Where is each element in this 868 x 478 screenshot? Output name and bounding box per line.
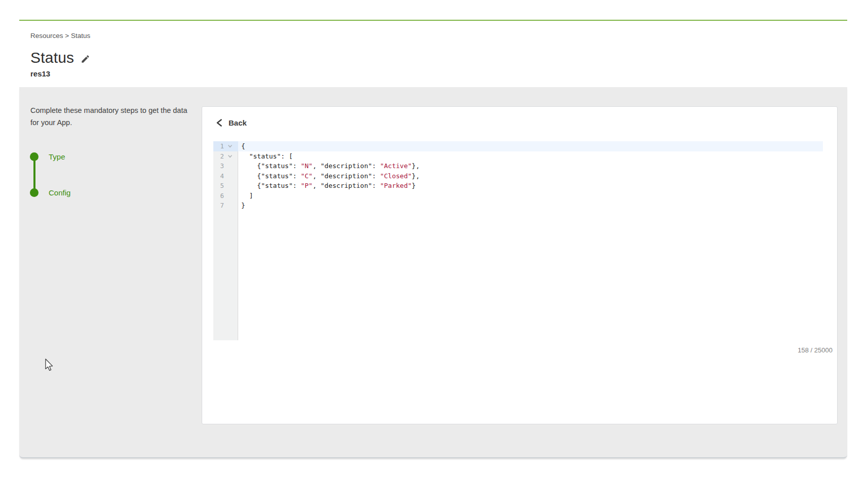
line-number: 7 (220, 202, 224, 209)
editor-line: 4 {"status": "C", "description": "Closed… (213, 171, 823, 181)
code-line-content: {"status": "P", "description": "Parked"} (238, 181, 823, 191)
code-line-content: } (238, 201, 823, 211)
editor-line: 6 ] (213, 191, 823, 201)
editor-line: 1{ (213, 141, 823, 151)
editor-line: 7} (213, 201, 823, 211)
line-number: 1 (220, 142, 224, 150)
json-string-token: "Parked" (380, 182, 412, 189)
json-plain-token: } (412, 182, 416, 189)
line-number-cell: 3 (213, 161, 238, 171)
json-plain-token: , "description": (313, 172, 380, 180)
json-string-token: "Active" (380, 162, 412, 170)
page-title-row: Status (30, 49, 90, 66)
json-string-token: "N" (300, 162, 312, 170)
json-plain-token: }, (412, 162, 420, 170)
line-number: 2 (220, 152, 224, 160)
editor-line: 5 {"status": "P", "description": "Parked… (213, 181, 823, 191)
line-number-cell: 1 (213, 141, 238, 151)
json-string-token: "C" (300, 172, 312, 180)
line-number: 3 (220, 162, 224, 170)
json-plain-token: {"status": (241, 182, 300, 189)
header-accent-rule (19, 20, 847, 21)
line-number: 5 (220, 182, 224, 189)
json-plain-token: }, (412, 172, 420, 180)
editor-line: 3 {"status": "N", "description": "Active… (213, 161, 823, 171)
step-config[interactable]: Config (30, 188, 70, 197)
json-plain-token: {"status": (241, 172, 300, 180)
line-number-cell: 5 (213, 181, 238, 191)
breadcrumb-separator: > (63, 32, 71, 39)
json-plain-token: ] (241, 192, 253, 200)
breadcrumb: Resources > Status (30, 32, 90, 39)
line-number: 4 (220, 172, 224, 180)
code-line-content: {"status": "N", "description": "Active"}… (238, 161, 823, 171)
line-number-cell: 6 (213, 191, 238, 201)
json-code-editor[interactable]: 1{2 "status": [3 {"status": "N", "descri… (213, 141, 823, 340)
step-label: Type (49, 152, 65, 161)
step-label: Config (49, 188, 70, 197)
editor-line: 2 "status": [ (213, 151, 823, 162)
code-line-content: "status": [ (238, 151, 823, 162)
character-counter: 158 / 25000 (720, 346, 833, 354)
json-plain-token: "status": [ (241, 152, 293, 160)
code-line-content: {"status": "C", "description": "Closed"}… (238, 171, 823, 181)
page-title: Status (30, 49, 74, 66)
stepper-instructions: Complete these mandatory steps to get th… (30, 104, 193, 129)
json-plain-token: , "description": (313, 182, 380, 189)
breadcrumb-link[interactable]: Resources (30, 32, 63, 39)
json-plain-token: {"status": (241, 162, 300, 170)
line-number-cell: 7 (213, 201, 238, 211)
resource-id: res13 (30, 69, 50, 78)
json-plain-token: { (241, 142, 245, 150)
json-plain-token: , "description": (313, 162, 380, 170)
code-line-content: ] (238, 191, 823, 201)
back-button[interactable]: Back (216, 118, 247, 127)
line-number-cell: 2 (213, 151, 238, 162)
json-plain-token: } (241, 202, 245, 209)
step-complete-dot-icon (30, 152, 39, 161)
json-string-token: "P" (300, 182, 312, 189)
json-string-token: "Closed" (380, 172, 412, 180)
back-button-label: Back (229, 118, 247, 127)
line-number: 6 (220, 192, 224, 200)
code-line-content: { (238, 141, 823, 151)
step-complete-dot-icon (30, 188, 39, 197)
breadcrumb-current: Status (71, 32, 90, 39)
step-type[interactable]: Type (30, 152, 65, 161)
line-number-cell: 4 (213, 171, 238, 181)
chevron-down-icon[interactable] (228, 155, 232, 158)
stepper-connector-line (33, 159, 35, 190)
chevron-down-icon[interactable] (228, 145, 232, 148)
chevron-left-icon (216, 119, 222, 127)
pencil-icon[interactable] (81, 54, 90, 64)
